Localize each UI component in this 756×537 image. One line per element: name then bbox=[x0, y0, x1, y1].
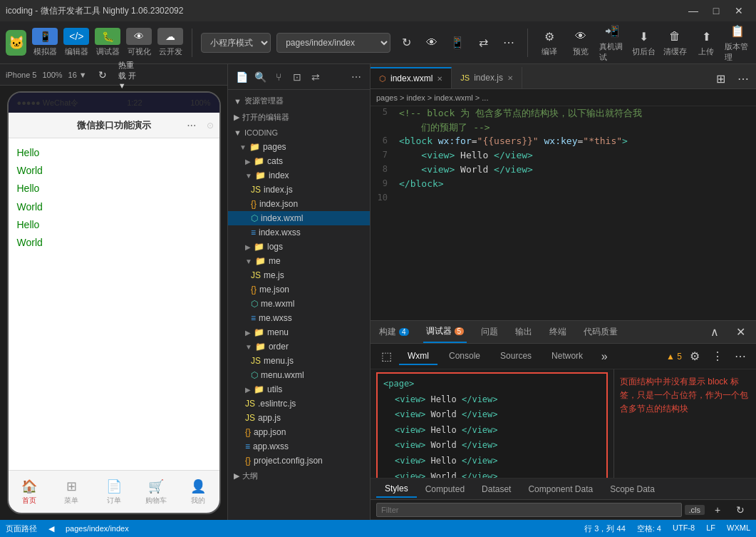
upload-button[interactable]: ⬆ 上传 bbox=[693, 28, 719, 57]
resource-manager-section[interactable]: ▼ 资源管理器 bbox=[228, 93, 370, 109]
split-editor-button[interactable]: ⊞ bbox=[710, 68, 730, 88]
tree-logs[interactable]: ▶ 📁 logs bbox=[228, 240, 370, 254]
url-select[interactable]: pages/index/index bbox=[276, 33, 390, 53]
lang-text: WXML bbox=[727, 523, 750, 534]
eye-button[interactable]: 👁 bbox=[422, 33, 442, 53]
cloud-button[interactable]: ☁ 云开发 bbox=[157, 28, 183, 57]
tree-order[interactable]: ▼ 📁 order bbox=[228, 339, 370, 354]
add-style-button[interactable]: + bbox=[708, 500, 727, 520]
tree-menu-wxml[interactable]: ⬡ menu.wxml bbox=[228, 368, 370, 382]
tree-me[interactable]: ▼ 📁 me bbox=[228, 254, 370, 268]
output-tab[interactable]: 输出 bbox=[512, 322, 535, 342]
tree-project-config[interactable]: {} project.config.json bbox=[228, 454, 370, 468]
styles-tab-dataset[interactable]: Dataset bbox=[473, 481, 519, 497]
editor-content[interactable]: 5 <!-- block 为 包含多节点的结构块，以下输出就符合我 们的预期了 … bbox=[371, 106, 756, 320]
phone-hotreload-button[interactable]: 热重载 开 ▼ bbox=[118, 65, 138, 85]
preview-button[interactable]: 👁 预览 bbox=[568, 28, 594, 57]
editor-button[interactable]: </> 编辑器 bbox=[63, 28, 89, 57]
tree-menu-js[interactable]: JS menu.js bbox=[228, 354, 370, 368]
tree-index-json[interactable]: {} index.json bbox=[228, 197, 370, 211]
more-button[interactable]: ⋯ bbox=[499, 33, 519, 53]
real-machine-button[interactable]: 📲 真机调试 bbox=[599, 23, 625, 63]
devtools-menu-button[interactable]: ⋮ bbox=[708, 347, 727, 367]
styles-tab-computed[interactable]: Computed bbox=[417, 481, 473, 497]
backend-button[interactable]: ⬇ 切后台 bbox=[631, 28, 656, 57]
debugger-button[interactable]: 🐛 调试器 bbox=[95, 28, 120, 57]
wxml-devtab[interactable]: Wxml bbox=[399, 348, 437, 365]
simulator-button[interactable]: 📱 模拟器 bbox=[32, 28, 58, 57]
close-button[interactable]: ✕ bbox=[727, 0, 750, 21]
forward-button[interactable]: ⇄ bbox=[473, 33, 493, 53]
explorer-split-button[interactable]: ⊡ bbox=[289, 69, 305, 85]
tab-index-wxml[interactable]: ⬡ index.wxml ✕ bbox=[371, 67, 452, 88]
sources-devtab[interactable]: Sources bbox=[492, 348, 540, 365]
build-tab[interactable]: 构建 4 bbox=[376, 322, 412, 342]
tree-app-js[interactable]: JS app.js bbox=[228, 411, 370, 425]
tab-wxml-close[interactable]: ✕ bbox=[437, 75, 442, 83]
tree-index-wxml[interactable]: ⬡ index.wxml bbox=[228, 211, 370, 225]
tree-me-json[interactable]: {} me.json bbox=[228, 282, 370, 297]
styles-tab-styles[interactable]: Styles bbox=[376, 481, 417, 498]
refresh-button[interactable]: ↻ bbox=[396, 33, 416, 53]
devtools-settings-button[interactable]: ⚙ bbox=[685, 347, 705, 367]
new-file-button[interactable]: 📄 bbox=[234, 69, 249, 85]
tree-index-wxss[interactable]: ≡ index.wxss bbox=[228, 225, 370, 240]
tree-index[interactable]: ▼ 📁 index bbox=[228, 168, 370, 183]
explorer-nav-button[interactable]: ⇄ bbox=[308, 69, 323, 85]
search-button[interactable]: 🔍 bbox=[252, 69, 268, 85]
inspect-button[interactable]: ⬚ bbox=[376, 347, 396, 367]
clear-cache-button[interactable]: 🗑 清缓存 bbox=[662, 28, 688, 57]
tree-me-wxss[interactable]: ≡ me.wxss bbox=[228, 311, 370, 325]
editor-tabs: ⬡ index.wxml ✕ JS index.js ✕ ⊞ ⋯ bbox=[371, 64, 756, 89]
device-button[interactable]: 📱 bbox=[447, 33, 467, 53]
phone-tab-menu[interactable]: ⊞ 菜单 bbox=[51, 479, 93, 506]
open-editors-section[interactable]: ▶ 打开的编辑器 bbox=[228, 109, 370, 126]
tab-js-close[interactable]: ✕ bbox=[507, 74, 513, 82]
code-quality-tab[interactable]: 代码质量 bbox=[581, 322, 621, 342]
tree-me-js[interactable]: JS me.js bbox=[228, 268, 370, 282]
maximize-button[interactable]: □ bbox=[705, 0, 727, 21]
more-devtabs-button[interactable]: » bbox=[594, 347, 614, 367]
bottom-panel-close[interactable]: ✕ bbox=[730, 322, 750, 342]
root-section[interactable]: ▼ ICODING bbox=[228, 126, 370, 140]
styles-tab-scope[interactable]: Scope Data bbox=[601, 481, 663, 497]
git-button[interactable]: ⑂ bbox=[271, 69, 286, 85]
tree-index-js[interactable]: JS index.js bbox=[228, 183, 370, 197]
terminal-tab[interactable]: 终端 bbox=[547, 322, 569, 342]
app-json-label: app.json bbox=[254, 427, 286, 437]
tree-menu[interactable]: ▶ 📁 menu bbox=[228, 325, 370, 339]
outline-section[interactable]: ▶ 大纲 bbox=[228, 468, 370, 484]
phone-tab-mine[interactable]: 👤 我的 bbox=[177, 479, 219, 506]
bottom-panel-collapse[interactable]: ∧ bbox=[705, 322, 725, 342]
refresh-styles-button[interactable]: ↻ bbox=[730, 500, 750, 520]
phone-tab-home[interactable]: 🏠 首页 bbox=[9, 479, 51, 506]
console-devtab[interactable]: Console bbox=[440, 348, 489, 365]
tree-pages[interactable]: ▼ 📁 pages bbox=[228, 140, 370, 154]
tree-utils[interactable]: ▶ 📁 utils bbox=[228, 382, 370, 397]
styles-tab-component[interactable]: Component Data bbox=[519, 481, 601, 497]
tree-cats[interactable]: ▶ 📁 cats bbox=[228, 154, 370, 168]
minimize-button[interactable]: — bbox=[682, 0, 705, 21]
visual-button[interactable]: 👁 可视化 bbox=[126, 28, 152, 57]
compile-button[interactable]: ⚙ 编译 bbox=[537, 28, 562, 57]
editor-more-button[interactable]: ⋯ bbox=[733, 68, 753, 88]
tree-app-json[interactable]: {} app.json bbox=[228, 425, 370, 439]
devtools-more-button[interactable]: ⋯ bbox=[730, 347, 750, 367]
styles-filter-input[interactable] bbox=[376, 503, 682, 517]
tree-app-wxss[interactable]: ≡ app.wxss bbox=[228, 439, 370, 454]
phone-tab-cart[interactable]: 🛒 购物车 bbox=[135, 479, 177, 506]
issues-tab[interactable]: 问题 bbox=[478, 322, 501, 342]
tree-me-wxml[interactable]: ⬡ me.wxml bbox=[228, 297, 370, 311]
phone-refresh-button[interactable]: ↻ bbox=[93, 65, 113, 85]
network-devtab[interactable]: Network bbox=[543, 348, 591, 365]
version-button[interactable]: 📋 版本管理 bbox=[725, 23, 750, 63]
world3-text: World bbox=[431, 471, 462, 478]
phone-tab-order[interactable]: 📄 订单 bbox=[93, 479, 135, 506]
tree-eslint[interactable]: JS .eslintrc.js bbox=[228, 397, 370, 411]
explorer-more-button[interactable]: ⋯ bbox=[348, 69, 364, 85]
mode-select[interactable]: 小程序模式 bbox=[201, 33, 271, 53]
phone-nav-dots[interactable]: ··· bbox=[187, 119, 196, 132]
cls-badge[interactable]: .cls bbox=[685, 505, 705, 515]
tab-index-js[interactable]: JS index.js ✕ bbox=[452, 67, 522, 88]
debugger-tab[interactable]: 调试器 5 bbox=[423, 321, 467, 343]
